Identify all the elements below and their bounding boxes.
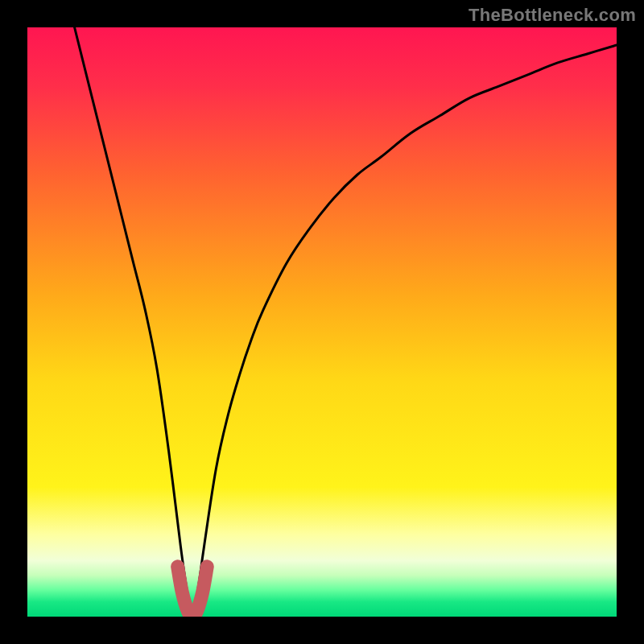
watermark-text: TheBottleneck.com (469, 5, 636, 26)
gradient-background (27, 27, 617, 617)
plot-area (27, 27, 617, 617)
bottleneck-chart-svg (27, 27, 617, 617)
chart-frame: TheBottleneck.com (0, 0, 644, 644)
